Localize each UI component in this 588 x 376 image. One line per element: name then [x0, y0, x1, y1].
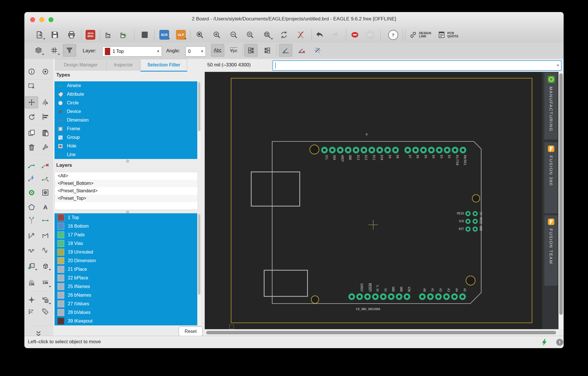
attribute-tool[interactable]: [39, 306, 52, 318]
vertical-scrollbar[interactable]: [558, 72, 564, 329]
selection-filter-toggle-button[interactable]: [63, 44, 76, 57]
types-item-hole[interactable]: Hole: [55, 142, 197, 150]
fusion-360-tab[interactable]: FUSION 360: [544, 142, 558, 213]
types-item-frame[interactable]: Frame: [55, 124, 197, 133]
layer-item-bplace[interactable]: 22 bPlace: [55, 274, 197, 282]
tab-inspector[interactable]: Inspector: [107, 59, 140, 71]
layer-item-bottom[interactable]: 16 Bottom: [55, 222, 197, 231]
preset-item[interactable]: <All>: [55, 172, 198, 180]
types-item-circle[interactable]: Circle: [55, 99, 197, 107]
ripup-tool[interactable]: [39, 159, 52, 171]
fusion-team-tab[interactable]: FUSION TEAM: [544, 215, 558, 286]
zoom-redraw-button[interactable]: [261, 28, 274, 41]
help-button[interactable]: ?: [386, 28, 400, 41]
layer-item-top[interactable]: 1 Top: [55, 213, 197, 222]
cam-processor-button[interactable]: [102, 28, 115, 41]
types-item-group[interactable]: Group: [55, 133, 197, 142]
replace-tool[interactable]: [39, 294, 52, 306]
via-tool[interactable]: [25, 187, 38, 199]
group-select-tool[interactable]: [25, 80, 38, 92]
run-ulp-button[interactable]: ULP: [174, 28, 187, 41]
pcb-quote-button[interactable]: PCBQUOTE: [431, 28, 465, 41]
print-button[interactable]: [65, 28, 78, 41]
errors-icon[interactable]: !: [556, 338, 564, 346]
unroute-tool[interactable]: [39, 172, 52, 184]
zoom-out-button[interactable]: [227, 28, 240, 41]
layer-item-pads[interactable]: 17 Pads: [55, 231, 197, 239]
layers-scrollbar[interactable]: [197, 213, 202, 326]
types-scrollbar[interactable]: [197, 81, 202, 160]
layer-display-tool[interactable]: [39, 66, 52, 78]
swap-layer-button[interactable]: [294, 28, 307, 41]
grid-button[interactable]: [48, 44, 61, 57]
schematic-board-switch-button[interactable]: SCHBRD: [84, 28, 97, 41]
layer-item-tnames[interactable]: 25 tNames: [55, 282, 197, 291]
types-item-attribute[interactable]: Attribute: [55, 90, 197, 99]
preset-item[interactable]: <Preset_Bottom>: [55, 180, 198, 187]
wire-bend-angle-button[interactable]: [279, 44, 292, 57]
layer-item-bvalues[interactable]: 28 bValues: [55, 308, 197, 317]
arc-tool[interactable]: [25, 229, 38, 241]
layer-item-tkeepout[interactable]: 39 tKeepout: [55, 317, 197, 325]
zoom-select-button[interactable]: [243, 28, 257, 41]
add-part-tool[interactable]: [25, 260, 38, 272]
value-display-tool[interactable]: 10k: [39, 277, 52, 289]
load-job-button[interactable]: [117, 28, 130, 41]
split-tool[interactable]: [25, 214, 38, 227]
redo-button[interactable]: [329, 28, 342, 41]
types-item-line[interactable]: Line: [55, 150, 197, 159]
ratsnest-tool[interactable]: [25, 306, 38, 318]
align-tool[interactable]: [39, 111, 52, 123]
stop-button[interactable]: [348, 28, 361, 41]
origin-tool[interactable]: [25, 294, 38, 306]
layer-settings-button[interactable]: [32, 44, 45, 57]
tab-design-manager[interactable]: Design Manager: [55, 59, 106, 71]
layer-dropdown[interactable]: 1 Top: [102, 46, 162, 57]
reset-button[interactable]: Reset: [179, 327, 203, 336]
delete-tool[interactable]: [25, 141, 38, 153]
text-style-abc-button[interactable]: Abc: [211, 44, 224, 57]
redraw-button[interactable]: [277, 28, 291, 41]
move-tool[interactable]: [25, 96, 38, 108]
preset-item[interactable]: <Preset_Standard>: [55, 187, 198, 195]
types-item-device[interactable]: Device: [55, 107, 197, 116]
zoom-fit-button[interactable]: [193, 28, 206, 41]
go-button[interactable]: GO: [363, 28, 377, 41]
preset-item[interactable]: <Preset_Top>: [55, 195, 198, 202]
bend-tool[interactable]: [39, 229, 52, 241]
name-display-tool[interactable]: R210k: [25, 277, 38, 289]
route-airwire-tool[interactable]: [25, 159, 38, 171]
paste-tool[interactable]: [39, 127, 52, 139]
undo-button[interactable]: [313, 28, 326, 41]
mirror-tool[interactable]: [39, 96, 52, 108]
horizontal-scrollbar[interactable]: [205, 329, 558, 336]
text-style-vpc-button[interactable]: ∀pc: [227, 44, 240, 57]
wire-tool[interactable]: [39, 214, 52, 227]
manufacturing-tab[interactable]: MANUFACTURING: [544, 72, 558, 139]
run-script-button[interactable]: SCR: [158, 28, 171, 41]
layer-item-unrouted[interactable]: 19 Unrouted: [55, 248, 197, 256]
angle-dropdown[interactable]: 0: [185, 46, 206, 57]
tab-selection-filter[interactable]: Selection Filter: [140, 59, 187, 72]
layer-item-dimension[interactable]: 20 Dimension: [55, 256, 197, 265]
splitter-grip[interactable]: [126, 160, 129, 163]
info-tool[interactable]: [25, 66, 38, 78]
types-item-dimension[interactable]: Dimension: [55, 116, 197, 124]
pin-array-tool[interactable]: [39, 260, 52, 272]
command-input[interactable]: [272, 60, 562, 71]
pattern-alt-button[interactable]: [260, 44, 274, 57]
pad-tool[interactable]: [39, 187, 52, 199]
zoom-in-button[interactable]: [210, 28, 223, 41]
quick-route-tool[interactable]: [25, 172, 38, 184]
library-button[interactable]: [138, 28, 151, 41]
layer-item-tplace[interactable]: 21 tPlace: [55, 265, 197, 274]
pattern-solid-button[interactable]: [244, 44, 258, 57]
types-item-airwire[interactable]: Airwire: [55, 81, 197, 90]
layer-item-bnames[interactable]: 26 bNames: [55, 291, 197, 300]
drc-ok-bolt-icon[interactable]: [540, 338, 548, 346]
chevron-down-icon[interactable]: [557, 65, 559, 66]
save-button[interactable]: [48, 28, 61, 41]
board-canvas[interactable]: SCLSDAAREFGNDD13D12D11D10D9D8D7D6D5D4D3D…: [205, 72, 558, 329]
wire-bend-remove-button[interactable]: [295, 44, 308, 57]
layer-item-tvalues[interactable]: 27 tValues: [55, 300, 197, 308]
